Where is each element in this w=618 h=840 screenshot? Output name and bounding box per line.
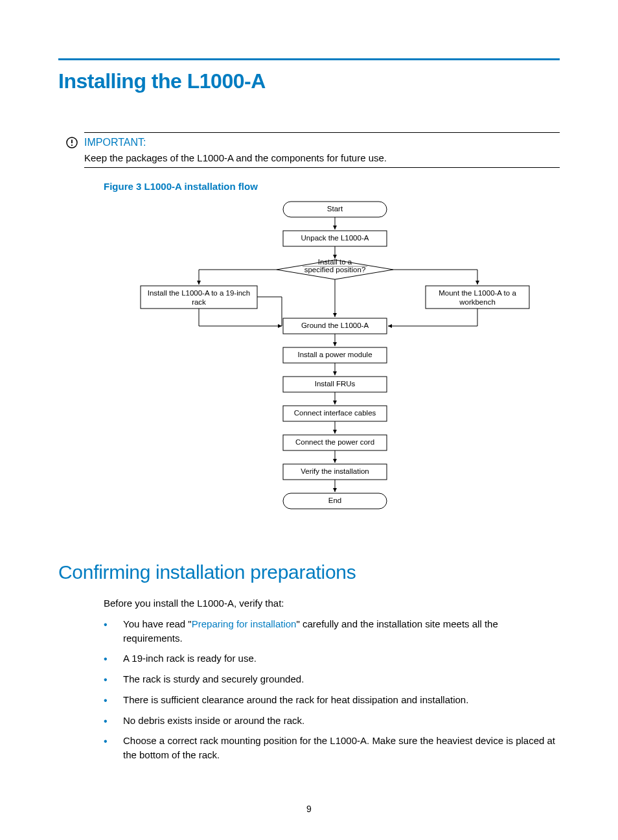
important-callout: IMPORTANT: Keep the packages of the L100… <box>84 132 560 168</box>
flow-start: Start <box>327 205 343 213</box>
figure-caption: Figure 3 L1000-A installation flow <box>104 181 560 192</box>
list-item: No debris exists inside or around the ra… <box>104 714 560 728</box>
list-item: There is sufficient clearance around the… <box>104 693 560 707</box>
important-icon <box>66 137 78 151</box>
flow-ground: Ground the L1000-A <box>301 321 369 329</box>
important-heading: IMPORTANT: <box>84 137 560 148</box>
flow-rack-l2: rack <box>192 298 206 306</box>
page: Installing the L1000-A IMPORTANT: Keep t… <box>0 0 618 840</box>
list-item: The rack is sturdy and securely grounded… <box>104 672 560 686</box>
flow-cables: Connect interface cables <box>294 409 376 417</box>
bullet-pre: You have read " <box>123 618 192 629</box>
section-heading: Confirming installation preparations <box>58 561 560 583</box>
flow-verify: Verify the installation <box>301 467 369 475</box>
intro-text: Before you install the L1000-A, verify t… <box>104 596 560 611</box>
flow-decision-l2: specified position? <box>304 266 366 274</box>
flow-unpack: Unpack the L1000-A <box>301 234 369 242</box>
flow-rack-l1: Install the L1000-A to a 19-inch <box>148 289 251 297</box>
flow-power-module: Install a power module <box>297 351 372 358</box>
flow-end: End <box>328 496 341 504</box>
svg-point-2 <box>71 145 73 146</box>
flow-cord: Connect the power cord <box>295 438 374 446</box>
flow-frus: Install FRUs <box>315 380 356 388</box>
link-preparing[interactable]: Preparing for installation <box>192 618 297 629</box>
important-text: Keep the packages of the L1000-A and the… <box>84 152 560 168</box>
list-item: Choose a correct rack mounting position … <box>104 734 560 762</box>
top-rule <box>58 58 560 60</box>
list-item: A 19-inch rack is ready for use. <box>104 651 560 666</box>
flowchart: Start Unpack the L1000-A Install to a sp… <box>115 198 503 535</box>
page-title: Installing the L1000-A <box>58 69 560 93</box>
page-number: 9 <box>0 804 618 814</box>
bullet-list: You have read "Preparing for installatio… <box>104 617 560 762</box>
flow-workbench-l1: Mount the L1000-A to a <box>439 289 516 297</box>
flow-workbench-l2: workbench <box>459 298 496 306</box>
flow-decision-l1: Install to a <box>318 258 352 266</box>
list-item: You have read "Preparing for installatio… <box>104 617 560 646</box>
